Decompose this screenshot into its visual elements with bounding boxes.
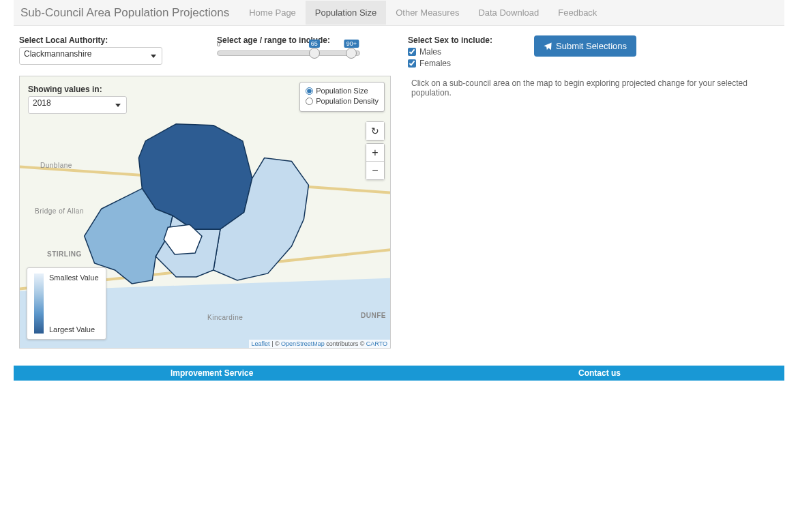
nav-population-size[interactable]: Population Size (306, 1, 386, 25)
map-reset-button[interactable]: ↻ (366, 122, 384, 140)
local-authority-select[interactable]: Clackmannanshire (19, 47, 162, 65)
nav-feedback[interactable]: Feedback (548, 1, 606, 25)
year-selector-panel: Showing values in: 2018 (27, 83, 128, 115)
radio-density-label: Population Density (316, 97, 379, 105)
checkbox-females-label: Females (419, 59, 451, 68)
nav-data-download[interactable]: Data Download (469, 1, 548, 25)
nav-other-measures[interactable]: Other Measures (386, 1, 469, 25)
map-zoom-control: + − (366, 143, 385, 180)
zoom-out-button[interactable]: − (366, 162, 384, 179)
attribution-carto[interactable]: CARTO (366, 340, 387, 347)
instruction-text: Click on a sub-council area on the map t… (411, 78, 779, 98)
checkbox-males-input[interactable] (408, 48, 416, 56)
checkbox-females-input[interactable] (408, 59, 416, 68)
slider-handle-high[interactable] (346, 48, 357, 59)
legend-gradient (34, 274, 44, 334)
navbar: Sub-Council Area Population Projections … (14, 0, 784, 26)
map-legend: Smallest Value Largest Value (27, 267, 106, 340)
footer-left[interactable]: Improvement Service (171, 368, 253, 378)
footer: Improvement Service Contact us (14, 366, 784, 381)
age-range-slider[interactable]: 0 65 90+ (217, 50, 360, 56)
slider-high-badge: 90+ (344, 40, 359, 48)
paper-plane-icon (544, 42, 552, 50)
slider-low-badge: 65 (309, 40, 320, 48)
nav-home[interactable]: Home Page (239, 1, 306, 25)
year-select[interactable]: 2018 (28, 96, 127, 114)
legend-largest: Largest Value (49, 325, 99, 334)
attribution-osm[interactable]: OpenStreetMap (281, 340, 325, 347)
radio-size-input[interactable] (306, 87, 313, 95)
choropleth-map[interactable]: STIRLING Dunblane Bridge of Allan Kincar… (19, 76, 391, 349)
zoom-in-button[interactable]: + (366, 144, 384, 162)
sex-label: Select Sex to include: (408, 35, 534, 45)
checkbox-males[interactable]: Males (408, 47, 534, 57)
checkbox-females[interactable]: Females (408, 59, 534, 68)
footer-right[interactable]: Contact us (578, 368, 621, 378)
radio-size-label: Population Size (316, 87, 368, 95)
year-label: Showing values in: (28, 85, 127, 94)
attribution-leaflet[interactable]: Leaflet (252, 340, 270, 347)
slider-handle-low[interactable] (309, 48, 320, 59)
map-reset-control: ↻ (366, 121, 385, 141)
radio-density-input[interactable] (306, 98, 313, 105)
radio-population-size[interactable]: Population Size (306, 87, 379, 95)
slider-min-label: 0 (217, 41, 220, 48)
submit-label: Submit Selections (556, 41, 627, 51)
controls-row: Select Local Authority: Clackmannanshire… (0, 26, 798, 76)
map-metric-panel: Population Size Population Density (299, 82, 385, 112)
app-title: Sub-Council Area Population Projections (20, 6, 239, 20)
local-authority-label: Select Local Authority: (19, 35, 217, 45)
legend-smallest: Smallest Value (49, 274, 99, 282)
checkbox-males-label: Males (419, 47, 441, 57)
submit-button[interactable]: Submit Selections (534, 35, 636, 57)
radio-population-density[interactable]: Population Density (306, 97, 379, 105)
map-attribution: Leaflet | © OpenStreetMap contributors ©… (249, 340, 390, 348)
